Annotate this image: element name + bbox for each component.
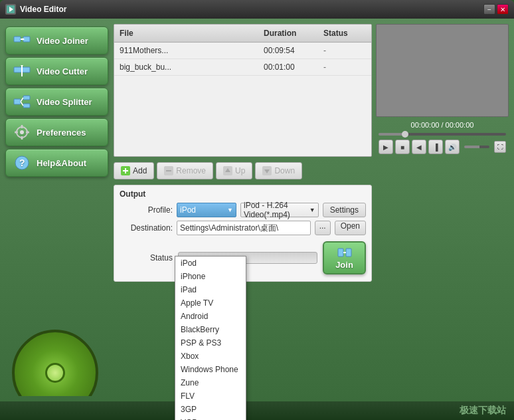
dropdown-item[interactable]: iPod <box>175 257 246 270</box>
dropdown-item[interactable]: FLV <box>175 389 246 403</box>
sidebar-item-label-help: Help&About <box>37 158 86 168</box>
svg-rect-9 <box>14 99 21 104</box>
dropdown-item[interactable]: VOB <box>175 416 246 420</box>
dropdown-item[interactable]: Apple TV <box>175 296 246 310</box>
format-value: iPod - H.264 Video(*.mp4) <box>244 201 307 219</box>
main-window: Video Joiner Video Cutter <box>0 19 514 420</box>
next-frame-button[interactable]: ▐ <box>428 140 443 154</box>
video-cutter-icon <box>13 62 31 80</box>
down-button[interactable]: Down <box>255 162 302 179</box>
svg-rect-2 <box>14 37 21 42</box>
dropdown-item[interactable]: BlackBerry <box>175 323 246 336</box>
video-splitter-icon <box>13 92 31 111</box>
up-icon <box>223 166 232 175</box>
table-row[interactable]: big_buck_bu... 00:01:00 - <box>114 59 371 76</box>
stop-button[interactable]: ■ <box>395 140 410 154</box>
profile-dropdown-menu: iPodiPhoneiPadApple TVAndroidBlackBerryP… <box>175 256 246 420</box>
svg-point-15 <box>20 130 24 134</box>
output-title: Output <box>120 189 366 199</box>
volume-slider[interactable] <box>464 146 489 148</box>
sidebar-item-help-about[interactable]: ? Help&About <box>5 149 108 177</box>
file-status-cell: - <box>318 45 371 56</box>
svg-rect-16 <box>21 125 23 128</box>
video-joiner-icon <box>13 31 31 50</box>
minimize-button[interactable]: − <box>483 4 495 15</box>
preview-slider[interactable] <box>379 133 506 136</box>
sidebar-item-video-cutter[interactable]: Video Cutter <box>5 57 108 85</box>
file-name-cell: big_buck_bu... <box>114 61 258 73</box>
watermark-text: 极速下载站 <box>460 405 506 417</box>
sidebar-item-label-joiner: Video Joiner <box>37 36 88 46</box>
window-controls: − ✕ <box>483 4 509 15</box>
preview-panel: 00:00:00 / 00:00:00 ▶ ■ ◀ ▐ 🔊 <box>376 24 509 282</box>
dropdown-item[interactable]: iPad <box>175 283 246 296</box>
svg-text:?: ? <box>19 158 25 168</box>
join-label: Join <box>335 260 353 270</box>
profile-row: Profile: iPod ▼ iPod - H.264 Video(*.mp4… <box>120 203 366 217</box>
preview-screen <box>376 24 509 117</box>
svg-rect-31 <box>338 249 343 257</box>
prev-frame-button[interactable]: ◀ <box>412 140 426 154</box>
col-file: File <box>114 27 258 39</box>
dropdown-item[interactable]: PSP & PS3 <box>175 336 246 350</box>
settings-button[interactable]: Settings <box>323 203 366 217</box>
profile-value: iPod <box>180 205 196 215</box>
sidebar: Video Joiner Video Cutter <box>5 24 108 396</box>
sidebar-item-label-preferences: Preferences <box>37 128 86 138</box>
table-row[interactable]: 911Mothers... 00:09:54 - <box>114 43 371 59</box>
join-button[interactable]: Join <box>323 241 366 274</box>
browse-button[interactable]: ... <box>315 221 331 235</box>
svg-rect-32 <box>346 249 351 257</box>
add-button[interactable]: Add <box>114 162 154 179</box>
svg-rect-11 <box>23 104 30 108</box>
dropdown-item[interactable]: Xbox <box>175 350 246 363</box>
col-duration: Duration <box>258 27 318 39</box>
sidebar-item-preferences[interactable]: Preferences <box>5 118 108 146</box>
dropdown-item[interactable]: 3GP <box>175 403 246 416</box>
file-status-cell: - <box>318 61 371 73</box>
preview-controls: ▶ ■ ◀ ▐ 🔊 ⛶ <box>376 138 509 156</box>
right-panel: File Duration Status 911Mothers... 00:09… <box>114 24 509 396</box>
close-button[interactable]: ✕ <box>497 4 509 15</box>
down-icon <box>262 166 272 175</box>
destination-input[interactable] <box>177 221 311 235</box>
col-status: Status <box>318 27 371 39</box>
join-icon <box>337 247 352 259</box>
file-rows: 911Mothers... 00:09:54 - big_buck_bu... … <box>114 43 371 156</box>
dropdown-item[interactable]: Windows Phone <box>175 363 246 376</box>
status-label: Status <box>120 253 173 262</box>
play-button[interactable]: ▶ <box>379 140 393 154</box>
destination-row: Destination: ... Open <box>120 221 366 235</box>
profile-dropdown-arrow: ▼ <box>227 207 233 213</box>
svg-line-13 <box>21 102 23 106</box>
format-select[interactable]: iPod - H.264 Video(*.mp4) ▼ <box>240 203 319 217</box>
help-icon: ? <box>13 154 31 172</box>
remove-icon <box>164 166 173 175</box>
slider-thumb <box>402 131 408 138</box>
destination-label: Destination: <box>120 223 173 233</box>
dropdown-item[interactable]: Zune <box>175 376 246 389</box>
volume-icon: 🔊 <box>445 140 460 154</box>
film-reel-decoration <box>5 290 108 396</box>
open-button[interactable]: Open <box>335 221 366 235</box>
sidebar-item-video-splitter[interactable]: Video Splitter <box>5 88 108 116</box>
app-icon <box>5 4 16 15</box>
remove-button[interactable]: Remove <box>157 162 213 179</box>
top-content-area: File Duration Status 911Mothers... 00:09… <box>114 24 509 282</box>
add-icon <box>121 166 130 175</box>
fullscreen-button[interactable]: ⛶ <box>494 141 506 153</box>
svg-rect-18 <box>15 132 18 134</box>
file-duration-cell: 00:09:54 <box>258 45 318 56</box>
up-button[interactable]: Up <box>216 162 252 179</box>
sidebar-item-video-joiner[interactable]: Video Joiner <box>5 27 108 54</box>
dropdown-item[interactable]: Android <box>175 310 246 323</box>
sidebar-item-label-cutter: Video Cutter <box>37 66 88 76</box>
svg-rect-19 <box>26 132 29 134</box>
profile-label: Profile: <box>120 205 173 215</box>
sidebar-item-label-splitter: Video Splitter <box>37 97 92 107</box>
dropdown-item[interactable]: iPhone <box>175 270 246 283</box>
file-name-cell: 911Mothers... <box>114 45 258 56</box>
toolbar: Add Remove <box>114 159 372 182</box>
svg-line-12 <box>21 98 23 102</box>
profile-select[interactable]: iPod ▼ <box>177 203 236 217</box>
